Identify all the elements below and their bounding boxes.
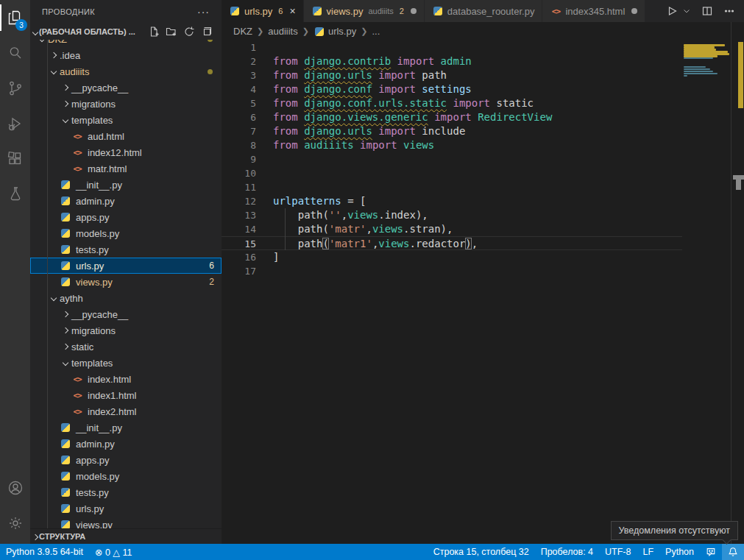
tree-item-label: templates xyxy=(71,358,113,369)
tree-item-templates[interactable]: templates xyxy=(30,355,222,371)
status-cursor-position[interactable]: Строка 15, столбец 32 xyxy=(428,544,535,560)
editor-scrollbar[interactable] xyxy=(731,22,744,544)
code-line-2[interactable]: 2from django.contrib import admin xyxy=(222,54,731,68)
breadcrumb-item-DKZ[interactable]: DKZ xyxy=(233,26,252,37)
breadcrumb-item-audiiits[interactable]: audiiits xyxy=(268,26,297,37)
tree-item-aud.html[interactable]: <>aud.html xyxy=(30,128,222,144)
breadcrumb-item-...[interactable]: ... xyxy=(372,26,380,37)
tree-item-models.py[interactable]: models.py xyxy=(30,225,222,241)
feedback-icon xyxy=(706,547,716,557)
tree-item-index.html[interactable]: <>index.html xyxy=(30,371,222,387)
tree-item-urls.py[interactable]: urls.py6 xyxy=(30,258,222,274)
tree-item-__pycache__[interactable]: __pycache__ xyxy=(30,79,222,96)
activity-item-account[interactable] xyxy=(0,470,30,506)
activity-item-search[interactable] xyxy=(0,35,30,71)
tree-item-index12.html[interactable]: <>index12.html xyxy=(30,144,222,160)
breadcrumb-item-urls.py[interactable]: urls.py xyxy=(328,26,356,37)
tree-item-__init__.py[interactable]: __init__.py xyxy=(30,419,222,436)
activity-item-explorer[interactable]: 3 xyxy=(0,0,30,35)
new-folder-icon[interactable] xyxy=(166,26,177,38)
code-line-11[interactable]: 11 xyxy=(222,180,731,194)
status-python-interpreter[interactable]: Python 3.9.5 64-bit xyxy=(0,544,89,560)
status-language-mode[interactable]: Python xyxy=(659,544,700,560)
tree-item-__pycache__[interactable]: __pycache__ xyxy=(30,306,222,322)
tree-item-__init__.py[interactable]: __init__.py xyxy=(30,177,222,193)
collapse-all-icon[interactable] xyxy=(201,26,213,38)
code-line-1[interactable]: 1 xyxy=(222,40,731,54)
code-line-3[interactable]: 3from django.urls import path xyxy=(222,68,731,82)
line-number: 4 xyxy=(222,82,256,96)
code-line-17[interactable]: 17 xyxy=(222,264,731,278)
code-line-10[interactable]: 10 xyxy=(222,166,731,180)
code-line-7[interactable]: 7from django.urls import include xyxy=(222,124,731,138)
run-dropdown-icon[interactable] xyxy=(682,5,691,17)
tab-urls.py[interactable]: urls.py6× xyxy=(222,0,304,22)
tree-item-models.py[interactable]: models.py xyxy=(30,468,222,484)
status-indentation[interactable]: Пробелов: 4 xyxy=(535,544,599,560)
code-line-15[interactable]: 15 path('matr1',views.redactor), xyxy=(222,236,731,250)
tree-item-tests.py[interactable]: tests.py xyxy=(30,484,222,500)
testing-icon xyxy=(7,185,24,203)
tree-item-admin.py[interactable]: admin.py xyxy=(30,193,222,209)
status-notifications-bell[interactable] xyxy=(722,544,744,560)
status-encoding[interactable]: UTF-8 xyxy=(599,544,637,560)
chevron-down-icon xyxy=(60,118,71,122)
dirty-indicator-icon[interactable] xyxy=(411,8,417,14)
activity-item-source-control[interactable] xyxy=(0,71,30,106)
tree-item-index1.html[interactable]: <>index1.html xyxy=(30,387,222,403)
close-icon[interactable]: × xyxy=(289,6,295,16)
tree-item-.idea[interactable]: .idea xyxy=(30,47,222,63)
tree-item-apps.py[interactable]: apps.py xyxy=(30,452,222,468)
new-file-icon[interactable] xyxy=(148,26,160,38)
tree-item-aythh[interactable]: aythh xyxy=(30,290,222,306)
more-actions-icon[interactable] xyxy=(723,5,735,17)
status-eol[interactable]: LF xyxy=(637,544,659,560)
activity-item-run-debug[interactable] xyxy=(0,106,30,141)
tree-item-label: tests.py xyxy=(76,487,109,498)
sidebar-more-icon[interactable]: ··· xyxy=(197,6,210,18)
tree-item-templates[interactable]: templates xyxy=(30,112,222,128)
minimap[interactable] xyxy=(682,40,731,544)
activity-item-settings[interactable] xyxy=(0,506,30,541)
tab-views.py[interactable]: views.pyaudiiits2 xyxy=(304,0,425,22)
code-line-4[interactable]: 4from django.conf import settings xyxy=(222,82,731,96)
sidebar-title: ПРОВОДНИК xyxy=(42,7,95,16)
run-icon[interactable] xyxy=(666,5,678,17)
status-feedback[interactable] xyxy=(700,544,722,560)
tree-item-apps.py[interactable]: apps.py xyxy=(30,209,222,225)
tree-item-migrations[interactable]: migrations xyxy=(30,322,222,339)
activity-item-extensions[interactable] xyxy=(0,141,30,177)
code-line-9[interactable]: 9 xyxy=(222,152,731,166)
split-editor-icon[interactable] xyxy=(701,5,713,17)
code-line-5[interactable]: 5from django.conf.urls.static import sta… xyxy=(222,96,731,110)
line-number: 3 xyxy=(222,68,256,82)
code-line-12[interactable]: 12urlpatterns = [ xyxy=(222,194,731,208)
tab-index345.html[interactable]: <>index345.html xyxy=(542,0,645,22)
code-line-8[interactable]: 8from audiiits import views xyxy=(222,138,731,152)
code-line-13[interactable]: 13 path('',views.index), xyxy=(222,208,731,222)
dirty-indicator-icon[interactable] xyxy=(631,8,637,14)
tab-database_roouter.py[interactable]: database_roouter.py xyxy=(425,0,543,22)
code-line-16[interactable]: 16] xyxy=(222,250,731,264)
tree-item-static[interactable]: static xyxy=(30,339,222,355)
tree-item-admin.py[interactable]: admin.py xyxy=(30,436,222,452)
extensions-icon xyxy=(7,150,24,168)
tree-item-migrations[interactable]: migrations xyxy=(30,96,222,112)
tree-item-audiiits[interactable]: audiiits xyxy=(30,63,222,79)
tree-item-views.py[interactable]: views.py2 xyxy=(30,274,222,290)
status-problems[interactable]: ⊗ 0 △ 11 xyxy=(89,544,138,560)
activity-item-testing[interactable] xyxy=(0,177,30,212)
breadcrumb: DKZ❯audiiits❯urls.py❯... xyxy=(222,22,744,40)
tree-item-matr.html[interactable]: <>matr.html xyxy=(30,160,222,177)
tree-item-index2.html[interactable]: <>index2.html xyxy=(30,403,222,419)
tree-item-urls.py[interactable]: urls.py xyxy=(30,500,222,517)
tree-item-tests.py[interactable]: tests.py xyxy=(30,241,222,258)
code-editor[interactable]: 12from django.contrib import admin3from … xyxy=(222,40,731,544)
refresh-icon[interactable] xyxy=(183,26,195,38)
code-line-6[interactable]: 6from django.views.generic import Redire… xyxy=(222,110,731,124)
tree-item-DKZ[interactable]: DKZ xyxy=(30,40,222,47)
tree-item-label: static xyxy=(71,341,93,352)
code-line-14[interactable]: 14 path('matr',views.stran), xyxy=(222,222,731,236)
outline-section-header[interactable]: СТРУКТУРА xyxy=(30,528,222,544)
workspace-section-header[interactable]: (РАБОЧАЯ ОБЛАСТЬ) ... xyxy=(30,24,222,40)
